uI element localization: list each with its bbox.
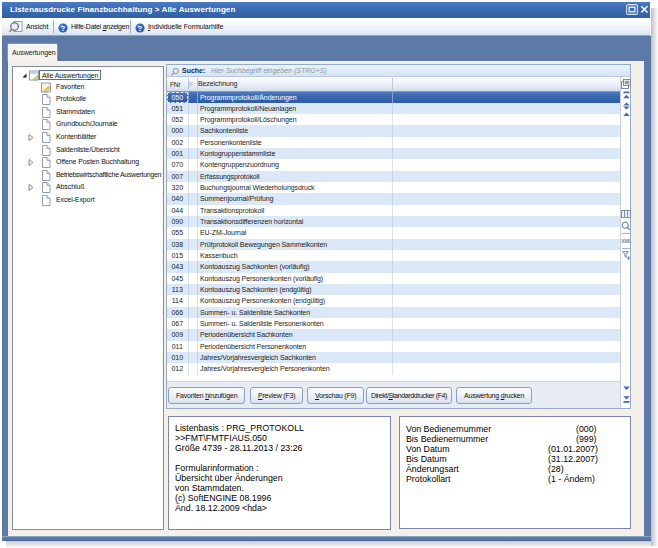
svg-text:?: ? — [61, 23, 66, 32]
svg-text:?: ? — [138, 23, 143, 32]
